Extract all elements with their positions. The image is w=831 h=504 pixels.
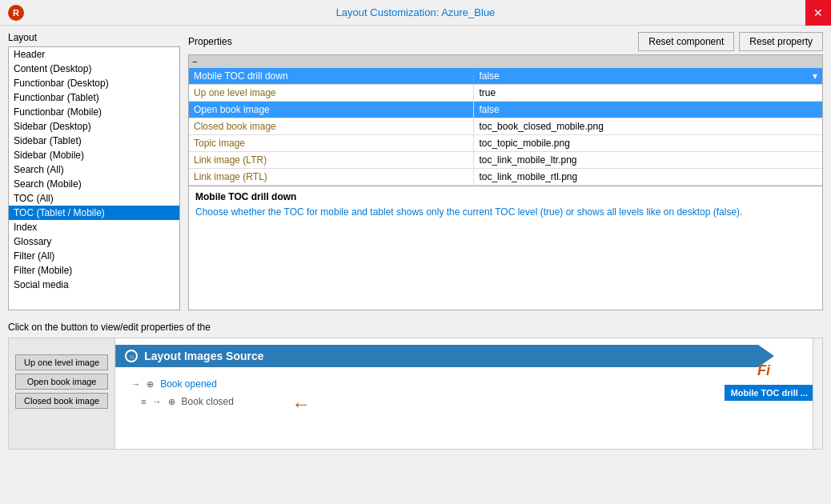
- layout-item[interactable]: Functionbar (Tablet): [9, 90, 179, 105]
- property-row[interactable]: Closed book imagetoc_book_closed_mobile.…: [189, 118, 822, 135]
- layout-item[interactable]: Sidebar (Desktop): [9, 119, 179, 134]
- window-title: Layout Customization: Azure_Blue: [336, 6, 496, 18]
- property-row[interactable]: Link image (LTR)toc_link_mobile_ltr.png: [189, 152, 822, 169]
- properties-panel: Properties Reset component Reset propert…: [188, 32, 823, 310]
- property-name: Topic image: [189, 135, 474, 152]
- layout-item[interactable]: Content (Desktop): [9, 62, 179, 76]
- collapse-row[interactable]: −: [189, 55, 822, 68]
- book-closed-line: ≡ → ⊕ Book closed: [131, 396, 234, 407]
- layout-item[interactable]: Sidebar (Tablet): [9, 134, 179, 148]
- banner-icon: ○: [125, 350, 138, 362]
- top-section: Layout HeaderContent (Desktop)Functionba…: [0, 26, 831, 317]
- properties-grid: Mobile TOC drill downfalse▾Up one level …: [189, 68, 822, 186]
- layout-item[interactable]: Index: [9, 220, 179, 234]
- property-row[interactable]: Topic imagetoc_topic_mobile.png: [189, 135, 822, 152]
- property-row[interactable]: Mobile TOC drill downfalse▾: [189, 68, 822, 85]
- layout-listbox[interactable]: HeaderContent (Desktop)Functionbar (Desk…: [8, 46, 180, 310]
- layout-item[interactable]: Header: [9, 47, 179, 62]
- preview-main: ○ Layout Images Source → ⊕ Book opened ≡…: [115, 338, 822, 449]
- preview-arrow: ←: [291, 393, 311, 415]
- property-value: false▾: [474, 68, 822, 85]
- property-value: toc_link_mobile_rtl.png: [474, 169, 822, 186]
- description-box: Mobile TOC drill down Choose whether the…: [189, 186, 822, 224]
- banner-title: Layout Images Source: [144, 350, 263, 362]
- layout-item[interactable]: Filter (Mobile): [9, 263, 179, 278]
- properties-table-container: − Mobile TOC drill downfalse▾Up one leve…: [188, 54, 823, 310]
- property-value: false: [474, 102, 822, 118]
- property-name: Open book image: [189, 102, 474, 118]
- layout-label: Layout: [8, 32, 180, 43]
- layout-item[interactable]: TOC (All): [9, 191, 179, 206]
- property-name: Mobile TOC drill down: [189, 68, 474, 85]
- title-bar: R Layout Customization: Azure_Blue ✕: [0, 0, 831, 26]
- preview-buttons: Up one level image Open book image Close…: [9, 338, 115, 449]
- up-one-level-button[interactable]: Up one level image: [15, 354, 108, 370]
- preview-lines: → ⊕ Book opened ≡ → ⊕ Book closed: [131, 378, 234, 414]
- collapse-icon: −: [192, 57, 197, 66]
- close-button[interactable]: ✕: [805, 0, 831, 26]
- buttons-row: Reset component Reset property: [638, 32, 823, 51]
- property-row[interactable]: Up one level imagetrue: [189, 85, 822, 102]
- properties-header-row: Properties Reset component Reset propert…: [188, 32, 823, 51]
- click-text: Click on the button to view/edit propert…: [8, 322, 823, 333]
- preview-area: Up one level image Open book image Close…: [8, 338, 823, 450]
- layout-item[interactable]: Sidebar (Mobile): [9, 148, 179, 162]
- property-name: Closed book image: [189, 118, 474, 135]
- layout-banner: ○ Layout Images Source: [115, 345, 774, 367]
- properties-label: Properties: [188, 36, 232, 47]
- book-opened-line: → ⊕ Book opened: [131, 378, 234, 390]
- layout-item[interactable]: Functionbar (Desktop): [9, 76, 179, 90]
- layout-item[interactable]: Functionbar (Mobile): [9, 105, 179, 119]
- property-row[interactable]: Open book imagefalse: [189, 102, 822, 118]
- property-name: Link image (RTL): [189, 169, 474, 186]
- property-value: toc_link_mobile_ltr.png: [474, 152, 822, 169]
- mobile-toc-badge: Mobile TOC drill ...: [725, 385, 814, 401]
- layout-item[interactable]: Filter (All): [9, 249, 179, 263]
- book-opened-label: Book opened: [160, 378, 217, 390]
- bottom-section: Click on the button to view/edit propert…: [0, 317, 831, 454]
- layout-item[interactable]: Glossary: [9, 234, 179, 249]
- app-icon: R: [8, 5, 24, 21]
- reset-property-button[interactable]: Reset property: [739, 32, 823, 51]
- property-value: true: [474, 85, 822, 102]
- fix-label: Fi: [757, 362, 770, 379]
- scrollbar-indicator: [813, 338, 822, 449]
- layout-item[interactable]: Social media: [9, 278, 179, 292]
- property-value: toc_topic_mobile.png: [474, 135, 822, 152]
- property-value: toc_book_closed_mobile.png: [474, 118, 822, 135]
- property-row[interactable]: Link image (RTL)toc_link_mobile_rtl.png: [189, 169, 822, 186]
- description-title: Mobile TOC drill down: [195, 191, 816, 202]
- property-name: Up one level image: [189, 85, 474, 102]
- layout-item[interactable]: Search (Mobile): [9, 177, 179, 191]
- layout-panel: Layout HeaderContent (Desktop)Functionba…: [8, 32, 180, 310]
- layout-item[interactable]: Search (All): [9, 162, 179, 177]
- reset-component-button[interactable]: Reset component: [638, 32, 734, 51]
- layout-item[interactable]: TOC (Tablet / Mobile): [9, 206, 179, 220]
- description-text: Choose whether the TOC for mobile and ta…: [195, 206, 816, 219]
- property-name: Link image (LTR): [189, 152, 474, 169]
- open-book-button[interactable]: Open book image: [15, 374, 108, 390]
- closed-book-button[interactable]: Closed book image: [15, 393, 108, 409]
- book-closed-label: Book closed: [182, 396, 234, 407]
- main-content: Layout HeaderContent (Desktop)Functionba…: [0, 26, 831, 504]
